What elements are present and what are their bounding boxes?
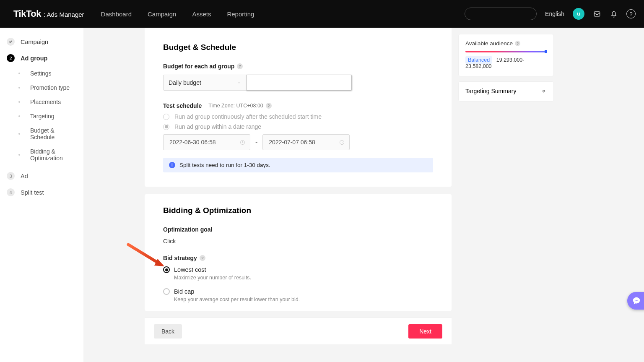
bell-icon[interactable] [610, 10, 618, 18]
back-button[interactable]: Back [154, 324, 182, 339]
timezone-text: Time Zone: UTC+08:00 [208, 103, 263, 109]
svg-point-5 [635, 300, 636, 301]
audience-scale-bar [465, 51, 547, 52]
sidebar-item-settings[interactable]: Settings [0, 66, 83, 81]
help-icon[interactable]: ? [266, 103, 272, 109]
sidebar: Campaign 2 Ad group Settings Promotion t… [0, 28, 83, 362]
radio-icon [163, 114, 169, 120]
topbar-right: English u ? [465, 8, 636, 20]
schedule-option-continuous[interactable]: Run ad group continuously after the sche… [163, 113, 433, 120]
sidebar-item-budget-schedule[interactable]: Budget & Schedule [0, 123, 83, 144]
search-input[interactable] [465, 8, 537, 20]
targeting-summary-card[interactable]: Targeting Summary [459, 82, 553, 101]
nav-dashboard[interactable]: Dashboard [101, 10, 132, 18]
radio-icon [163, 266, 170, 273]
chat-fab[interactable] [627, 292, 644, 310]
nav-reporting[interactable]: Reporting [227, 10, 254, 18]
date-separator: - [255, 138, 257, 146]
topbar: TikTok : Ads Manager Dashboard Campaign … [0, 0, 644, 28]
clock-icon [239, 139, 246, 146]
optimization-goal-value: Click [163, 238, 433, 245]
sidebar-item-placements[interactable]: Placements [0, 95, 83, 109]
step-ad[interactable]: 3 Ad [0, 168, 83, 184]
date-range-row: 2022-06-30 06:58 - 2022-07-07 06:58 [163, 134, 433, 150]
nav-campaign[interactable]: Campaign [148, 10, 176, 18]
check-icon [7, 38, 15, 46]
chat-icon [632, 296, 641, 305]
step-number-icon: 4 [7, 188, 15, 196]
help-icon[interactable]: ? [200, 255, 205, 261]
sidebar-item-bidding-optimization[interactable]: Bidding & Optimization [0, 144, 83, 165]
help-icon[interactable]: ? [515, 41, 520, 46]
language-switch[interactable]: English [545, 10, 564, 17]
bid-option-lowest-cost[interactable]: Lowest cost [163, 266, 433, 273]
budget-label: Budget for each ad group ? [163, 63, 433, 70]
budget-schedule-card: Budget & Schedule Budget for each ad gro… [145, 28, 452, 187]
radio-icon [163, 124, 169, 130]
bid-option-bid-cap[interactable]: Bid cap [163, 288, 433, 295]
next-button[interactable]: Next [408, 324, 442, 339]
inbox-icon[interactable] [593, 10, 601, 18]
audience-status-row: Balanced 19,293,000-23,582,000 [465, 57, 547, 69]
sidebar-item-targeting[interactable]: Targeting [0, 109, 83, 123]
lowest-cost-description: Maximize your number of results. [174, 275, 433, 281]
brand-sub: : Ads Manager [44, 11, 84, 18]
radio-icon [163, 288, 170, 295]
bid-strategy-label: Bid strategy ? [163, 255, 433, 261]
logo[interactable]: TikTok : Ads Manager [13, 8, 84, 19]
split-test-info-banner: i Split tests need to run for 1-30 days. [163, 158, 433, 172]
brand-main: TikTok [13, 8, 41, 19]
audience-marker-icon [545, 50, 547, 53]
audience-title: Available audience ? [465, 40, 547, 47]
schedule-label: Test schedule Time Zone: UTC+08:00 ? [163, 102, 433, 109]
optimization-goal-label: Optimization goal [163, 226, 433, 233]
step-number-icon: 3 [7, 172, 15, 180]
budget-row: Daily budget [163, 75, 433, 91]
info-icon: i [169, 162, 175, 168]
chevron-down-icon [236, 80, 242, 85]
bidding-optimization-card: Bidding & Optimization Optimization goal… [145, 194, 452, 311]
start-date-input[interactable]: 2022-06-30 06:58 [163, 134, 250, 150]
card-title: Bidding & Optimization [163, 206, 433, 215]
bid-cap-description: Keep your average cost per result lower … [174, 297, 433, 302]
avatar[interactable]: u [573, 8, 584, 20]
card-title: Budget & Schedule [163, 43, 433, 52]
chevron-double-down-icon [541, 88, 547, 94]
audience-status-badge: Balanced [465, 56, 492, 64]
available-audience-card: Available audience ? Balanced 19,293,000… [459, 34, 553, 76]
svg-point-7 [637, 300, 638, 301]
targeting-summary-header: Targeting Summary [465, 88, 547, 94]
right-column: Available audience ? Balanced 19,293,000… [459, 34, 553, 101]
end-date-input[interactable]: 2022-07-07 06:58 [262, 134, 350, 150]
step-campaign[interactable]: Campaign [0, 34, 83, 50]
nav-assets[interactable]: Assets [192, 10, 211, 18]
step-split-test[interactable]: 4 Split test [0, 184, 83, 201]
help-icon[interactable]: ? [626, 9, 636, 18]
schedule-option-range[interactable]: Run ad group within a date range [163, 123, 433, 130]
svg-point-6 [636, 300, 637, 301]
sidebar-item-promotion-type[interactable]: Promotion type [0, 81, 83, 95]
step-number-icon: 2 [7, 54, 15, 62]
top-nav: Dashboard Campaign Assets Reporting [101, 10, 254, 18]
step-ad-group[interactable]: 2 Ad group [0, 50, 83, 66]
budget-amount-input[interactable] [246, 75, 352, 91]
budget-type-select[interactable]: Daily budget [163, 75, 246, 91]
main-column: Budget & Schedule Budget for each ad gro… [145, 28, 452, 311]
help-icon[interactable]: ? [237, 63, 243, 69]
clock-icon [339, 139, 345, 146]
footer-bar: Back Next [145, 318, 452, 344]
